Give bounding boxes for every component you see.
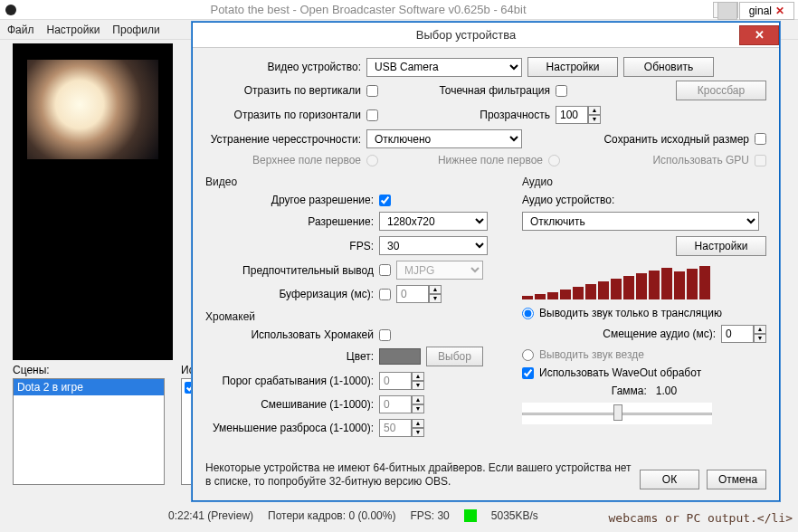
spin-up-icon[interactable]: ▲ <box>588 106 601 115</box>
spill-input[interactable] <box>379 419 412 437</box>
dialog-titlebar: Выбор устройства ✕ <box>193 23 779 48</box>
menu-settings[interactable]: Настройки <box>47 24 100 36</box>
buffering-label: Буферизация (мс): <box>205 288 374 300</box>
list-item[interactable]: Dota 2 в игре <box>14 379 164 395</box>
threshold-input[interactable] <box>379 372 412 390</box>
tab-active[interactable]: ginal ✕ <box>739 2 794 20</box>
spill-label: Уменьшение разброса (1-1000): <box>205 422 374 434</box>
menu-file[interactable]: Файл <box>7 24 34 36</box>
custom-res-label: Другое разрешение: <box>205 194 374 206</box>
crossbar-button[interactable]: Кроссбар <box>676 81 766 100</box>
opacity-label: Прозрачность <box>431 109 550 121</box>
spin-up-icon[interactable]: ▲ <box>412 419 424 428</box>
pref-output-checkbox[interactable] <box>379 264 391 276</box>
opacity-input[interactable] <box>556 106 588 124</box>
audio-offset-label: Смещение аудио (мс): <box>603 328 716 340</box>
spin-up-icon[interactable]: ▲ <box>412 395 424 404</box>
use-chroma-checkbox[interactable] <box>379 329 391 341</box>
color-label: Цвет: <box>205 350 374 363</box>
bottom-field-radio <box>548 155 560 166</box>
footer-note: Некоторые устройства не имеют 64-битных … <box>205 461 640 489</box>
slider-thumb-icon[interactable] <box>613 404 622 421</box>
dialog-close-button[interactable]: ✕ <box>739 25 779 45</box>
dialog-title: Выбор устройства <box>193 28 739 42</box>
point-filter-checkbox[interactable] <box>556 85 567 97</box>
blend-label: Смешивание (1-1000): <box>205 398 374 411</box>
gamma-slider[interactable] <box>522 403 712 424</box>
top-field-label: Верхнее поле первое <box>205 154 361 166</box>
spin-down-icon[interactable]: ▼ <box>754 334 766 343</box>
buffering-input[interactable] <box>396 285 429 303</box>
preserve-size-checkbox[interactable] <box>755 133 766 145</box>
output-everywhere-label: Выводить звук везде <box>539 348 644 361</box>
point-filter-label: Точечная фильтрация <box>431 84 550 97</box>
video-device-select[interactable]: USB Camera <box>366 58 522 77</box>
status-indicator-icon <box>464 509 477 522</box>
menu-profiles[interactable]: Профили <box>112 24 159 36</box>
resolution-label: Разрешение: <box>205 215 374 228</box>
video-device-label: Видео устройство: <box>205 61 361 73</box>
scenes-list[interactable]: Dota 2 в игре <box>13 378 165 485</box>
flip-h-checkbox[interactable] <box>366 109 378 121</box>
spin-down-icon[interactable]: ▼ <box>412 381 424 390</box>
custom-res-checkbox[interactable] <box>379 195 391 206</box>
deinterlace-label: Устранение чересстрочности: <box>205 133 361 146</box>
output-stream-label: Выводить звук только в трансляцию <box>539 307 722 319</box>
spin-down-icon[interactable]: ▼ <box>429 294 442 303</box>
audio-settings-button[interactable]: Настройки <box>676 236 766 256</box>
video-group-label: Видео <box>205 176 513 188</box>
gamma-value: 1.00 <box>656 385 677 397</box>
use-gpu-label: Использовать GPU <box>652 154 749 166</box>
spin-up-icon[interactable]: ▲ <box>754 325 766 334</box>
waveout-checkbox[interactable] <box>522 367 534 379</box>
buffering-checkbox[interactable] <box>379 289 391 300</box>
status-fps: FPS: 30 <box>410 509 449 522</box>
refresh-button[interactable]: Обновить <box>623 57 714 77</box>
video-settings-button[interactable]: Настройки <box>527 57 618 77</box>
cancel-button[interactable]: Отмена <box>707 470 766 489</box>
ok-button[interactable]: ОК <box>640 470 699 489</box>
flip-v-checkbox[interactable] <box>366 85 378 97</box>
tab-bg[interactable] <box>717 2 737 20</box>
deinterlace-select[interactable]: Отключено <box>366 129 522 148</box>
audio-meter <box>522 263 766 299</box>
spin-up-icon[interactable]: ▲ <box>412 372 424 381</box>
chroma-group-label: Хромакей <box>205 310 513 323</box>
tab-strip: ginal ✕ <box>717 2 794 20</box>
waveout-label: Использовать WaveOut обработ <box>539 366 701 379</box>
bg-text: webcams or PC output.</li> <box>609 511 793 525</box>
blend-input[interactable] <box>379 395 412 413</box>
fps-label: FPS: <box>205 240 374 252</box>
scenes-label: Сцены: <box>13 364 165 376</box>
status-bitrate: 5035KB/s <box>491 509 538 522</box>
spin-down-icon[interactable]: ▼ <box>588 115 601 124</box>
audio-device-label: Аудио устройство: <box>522 194 614 206</box>
choose-color-button[interactable]: Выбор <box>426 347 483 366</box>
output-everywhere-radio[interactable] <box>522 349 534 361</box>
audio-offset-input[interactable] <box>721 325 754 343</box>
spin-up-icon[interactable]: ▲ <box>429 285 442 294</box>
fps-select[interactable]: 30 <box>379 236 488 255</box>
threshold-label: Порог срабатывания (1-1000): <box>205 375 374 387</box>
output-stream-radio[interactable] <box>522 308 534 319</box>
audio-device-select[interactable]: Отключить <box>522 212 759 231</box>
pref-output-label: Предпочтительный вывод <box>205 264 374 277</box>
spin-down-icon[interactable]: ▼ <box>412 428 424 437</box>
top-field-radio <box>366 155 378 166</box>
audio-group-label: Аудио <box>522 176 766 188</box>
resolution-select[interactable]: 1280x720 <box>379 212 488 231</box>
spin-down-icon[interactable]: ▼ <box>412 404 424 413</box>
preserve-size-label: Сохранить исходный размер <box>603 133 749 146</box>
chroma-color-swatch[interactable] <box>379 348 421 365</box>
flip-v-label: Отразить по вертикали <box>205 84 361 97</box>
app-icon <box>5 5 16 15</box>
pref-output-select: MJPG <box>396 261 483 280</box>
close-icon[interactable]: ✕ <box>775 5 784 17</box>
preview-content <box>27 60 158 159</box>
gamma-label: Гамма: <box>612 385 647 397</box>
status-dropped: Потери кадров: 0 (0.00%) <box>268 509 395 522</box>
main-titlebar: Potato the best - Open Broadcaster Softw… <box>0 0 798 20</box>
use-gpu-checkbox <box>755 155 766 166</box>
preview-area <box>13 43 173 360</box>
bottom-field-label: Нижнее поле первое <box>416 154 543 166</box>
